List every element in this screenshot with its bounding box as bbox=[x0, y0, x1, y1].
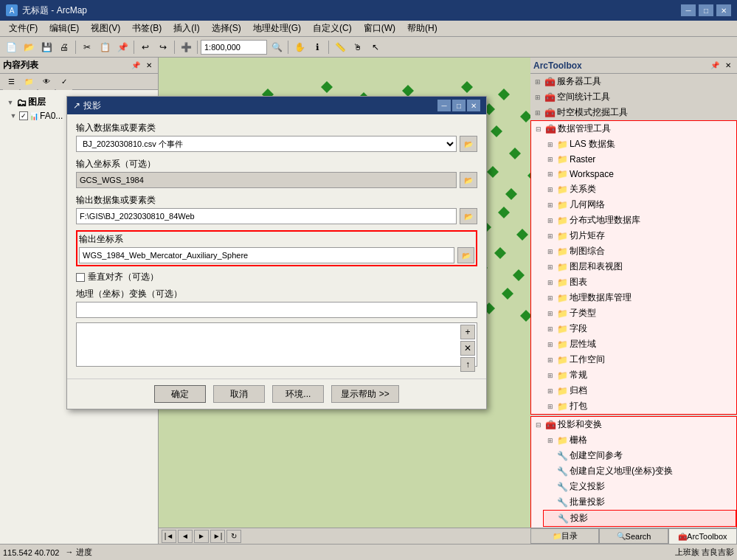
tab-catalog[interactable]: 📁 目录 bbox=[530, 528, 599, 544]
tool-zoom-in[interactable]: 🔍 bbox=[269, 39, 285, 55]
nav-end[interactable]: ►| bbox=[210, 530, 225, 543]
list-add-button[interactable]: + bbox=[460, 325, 475, 339]
nav-prev[interactable]: ◄ bbox=[178, 530, 193, 543]
environment-button[interactable]: 环境... bbox=[272, 385, 324, 403]
toolbox-close-button[interactable]: ✕ bbox=[722, 60, 734, 72]
toolbox-item-batch-proj[interactable]: ⊞ 🔧 批量投影 bbox=[543, 494, 736, 510]
package-icon: 📁 bbox=[556, 401, 568, 412]
toolbox-item-define-proj[interactable]: ⊞ 🔧 定义投影 bbox=[543, 479, 736, 494]
toolbox-item-spatiotemporal[interactable]: ⊞ 🧰 时空模式挖掘工具 bbox=[530, 105, 737, 120]
tool-pan[interactable]: ✋ bbox=[291, 39, 308, 55]
cancel-button[interactable]: 取消 bbox=[213, 385, 265, 403]
menu-bookmark[interactable]: 书签(B) bbox=[126, 21, 167, 36]
tab-arctoolbox[interactable]: 🧰 ArcToolbox bbox=[668, 528, 737, 544]
output-dataset-input[interactable] bbox=[76, 208, 457, 224]
geo-transform-input[interactable] bbox=[76, 302, 477, 318]
toolbox-item-chart[interactable]: ⊞ 📁 图表 bbox=[543, 274, 736, 290]
toc-list-by-source[interactable]: 📁 bbox=[21, 74, 37, 90]
output-coord-input[interactable] bbox=[79, 247, 454, 263]
dialog-maximize[interactable]: □ bbox=[452, 100, 466, 111]
tool-measure[interactable]: 📏 bbox=[332, 39, 348, 55]
toolbox-item-relationship[interactable]: ⊞ 📁 关系类 bbox=[543, 182, 736, 197]
toolbox-pin-button[interactable]: 📌 bbox=[709, 60, 721, 72]
toolbox-item-create-custom-geo[interactable]: ⊞ 🔧 创建自定义地理(坐标)变换 bbox=[543, 463, 736, 479]
toolbox-item-raster[interactable]: ⊞ 📁 Raster bbox=[543, 152, 736, 167]
toolbox-item-raster2[interactable]: ⊞ 📁 栅格 bbox=[543, 432, 736, 448]
confirm-button[interactable]: 确定 bbox=[154, 385, 206, 403]
maximize-button[interactable]: □ bbox=[699, 4, 713, 16]
tool-save[interactable]: 💾 bbox=[38, 39, 55, 55]
menu-insert[interactable]: 插入(I) bbox=[167, 21, 205, 36]
toc-pin-button[interactable]: 📌 bbox=[130, 60, 142, 72]
toc-close-button[interactable]: ✕ bbox=[143, 60, 155, 72]
menu-view[interactable]: 视图(V) bbox=[85, 21, 126, 36]
tool-paste[interactable]: 📌 bbox=[114, 39, 131, 55]
output-coord-browse[interactable]: 📂 bbox=[457, 247, 474, 263]
vertical-align-checkbox[interactable] bbox=[76, 273, 85, 282]
tab-arctoolbox-label: ArcToolbox bbox=[687, 532, 727, 541]
tab-search[interactable]: 🔍 Search bbox=[599, 528, 668, 544]
tool-new[interactable]: 📄 bbox=[3, 39, 19, 55]
toolbox-item-geodata-mgmt[interactable]: ⊞ 📁 地理数据库管理 bbox=[543, 290, 736, 305]
toolbox-item-package[interactable]: ⊞ 📁 打包 bbox=[543, 398, 736, 414]
dialog-close[interactable]: ✕ bbox=[467, 100, 480, 111]
toolbox-item-archive[interactable]: ⊞ 📁 归档 bbox=[543, 383, 736, 398]
toolbox-item-domain[interactable]: ⊞ 📁 层性域 bbox=[543, 336, 736, 352]
toolbox-item-server-tools[interactable]: ⊞ 🧰 服务器工具 bbox=[530, 74, 737, 89]
tool-select-features[interactable]: 🖱 bbox=[350, 39, 366, 55]
menu-window[interactable]: 窗口(W) bbox=[358, 21, 401, 36]
toolbox-item-distributed[interactable]: ⊞ 📁 分布式地理数据库 bbox=[543, 212, 736, 228]
toc-list-by-visibility[interactable]: 👁 bbox=[38, 74, 55, 90]
toolbox-item-layer-table[interactable]: ⊞ 📁 图层和表视图 bbox=[543, 259, 736, 274]
toolbox-item-field[interactable]: ⊞ 📁 字段 bbox=[543, 321, 736, 336]
tool-redo[interactable]: ↪ bbox=[155, 39, 171, 55]
nav-next[interactable]: ► bbox=[194, 530, 209, 543]
show-help-button[interactable]: 显示帮助 >> bbox=[331, 385, 398, 403]
toc-list-by-drawing-order[interactable]: ☰ bbox=[3, 74, 19, 90]
toolbox-item-spatial-stats[interactable]: ⊞ 🧰 空间统计工具 bbox=[530, 89, 737, 105]
menu-edit[interactable]: 编辑(E) bbox=[44, 21, 85, 36]
tool-copy[interactable]: 📋 bbox=[97, 39, 113, 55]
input-coord-browse[interactable]: 📂 bbox=[460, 172, 477, 188]
tool-undo[interactable]: ↩ bbox=[137, 39, 153, 55]
scale-input[interactable]: 1:800,000 bbox=[201, 40, 267, 55]
nav-start[interactable]: |◄ bbox=[162, 530, 176, 543]
toolbox-item-tile[interactable]: ⊞ 📁 切片矩存 bbox=[543, 228, 736, 243]
menu-file[interactable]: 文件(F) bbox=[3, 21, 44, 36]
dialog-minimize[interactable]: ─ bbox=[437, 100, 451, 111]
menu-select[interactable]: 选择(S) bbox=[206, 21, 247, 36]
toolbox-item-workspace2[interactable]: ⊞ 📁 工作空间 bbox=[543, 352, 736, 367]
toolbox-item-las[interactable]: ⊞ 📁 LAS 数据集 bbox=[543, 136, 736, 152]
input-dataset-browse[interactable]: 📂 bbox=[460, 136, 477, 152]
toolbox-item-data-mgmt[interactable]: ⊟ 🧰 数据管理工具 bbox=[531, 121, 736, 136]
tab-arctoolbox-icon: 🧰 bbox=[678, 533, 687, 541]
input-coord-input[interactable] bbox=[76, 172, 457, 188]
close-button[interactable]: ✕ bbox=[716, 4, 731, 16]
toolbox-item-geo-network[interactable]: ⊞ 📁 几何网络 bbox=[543, 197, 736, 212]
menu-customize[interactable]: 自定义(C) bbox=[307, 21, 358, 36]
toolbox-item-workspace[interactable]: ⊞ 📁 Workspace bbox=[543, 167, 736, 182]
toolbox-item-project[interactable]: ⊞ 🔧 投影 bbox=[543, 510, 736, 527]
toolbox-item-projection-group[interactable]: ⊟ 🧰 投影和变换 bbox=[531, 417, 736, 432]
tool-add-data[interactable]: ➕ bbox=[178, 39, 194, 55]
toolbox-item-general[interactable]: ⊞ 📁 常规 bbox=[543, 367, 736, 383]
toolbox-content: ⊞ 🧰 服务器工具 ⊞ 🧰 空间统计工具 ⊞ 🧰 时空模式挖掘工具 ⊟ 🧰 bbox=[530, 74, 737, 528]
menu-geoprocessing[interactable]: 地理处理(G) bbox=[247, 21, 307, 36]
tool-open[interactable]: 📂 bbox=[21, 39, 37, 55]
tool-print[interactable]: 🖨 bbox=[56, 39, 72, 55]
nav-refresh[interactable]: ↻ bbox=[226, 530, 241, 543]
fa0-checkbox[interactable]: ✓ bbox=[19, 111, 28, 120]
tool-cut[interactable]: ✂ bbox=[79, 39, 95, 55]
toolbox-item-create-spatial-ref[interactable]: ⊞ 🔧 创建空间参考 bbox=[543, 448, 736, 463]
minimize-button[interactable]: ─ bbox=[681, 4, 696, 16]
tool-arrow[interactable]: ↖ bbox=[367, 39, 384, 55]
tool-identify[interactable]: ℹ bbox=[309, 39, 325, 55]
input-dataset-select[interactable]: BJ_2023030810.csv 个事件 bbox=[76, 136, 457, 152]
output-dataset-browse[interactable]: 📂 bbox=[460, 208, 477, 224]
toc-list-by-selection[interactable]: ✓ bbox=[56, 74, 72, 90]
list-remove-button[interactable]: ✕ bbox=[460, 341, 475, 356]
toolbox-item-subtype[interactable]: ⊞ 📁 子类型 bbox=[543, 305, 736, 321]
list-up-button[interactable]: ↑ bbox=[460, 357, 475, 372]
menu-help[interactable]: 帮助(H) bbox=[401, 21, 443, 36]
toolbox-item-cartography[interactable]: ⊞ 📁 制图综合 bbox=[543, 243, 736, 259]
